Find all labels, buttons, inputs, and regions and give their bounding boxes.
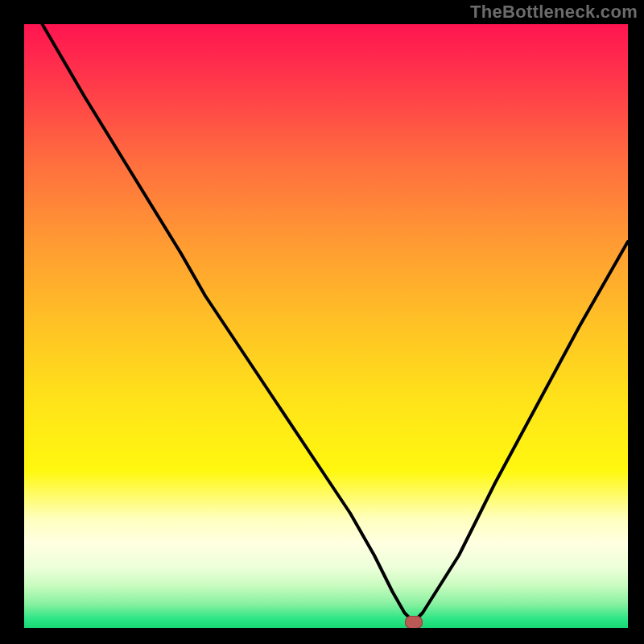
curve-layer xyxy=(24,24,628,628)
plot-area xyxy=(24,24,628,628)
watermark-text: TheBottleneck.com xyxy=(470,2,638,23)
bottleneck-curve-line xyxy=(43,24,629,622)
chart-frame: TheBottleneck.com xyxy=(0,0,644,644)
optimal-point-marker xyxy=(405,616,423,629)
